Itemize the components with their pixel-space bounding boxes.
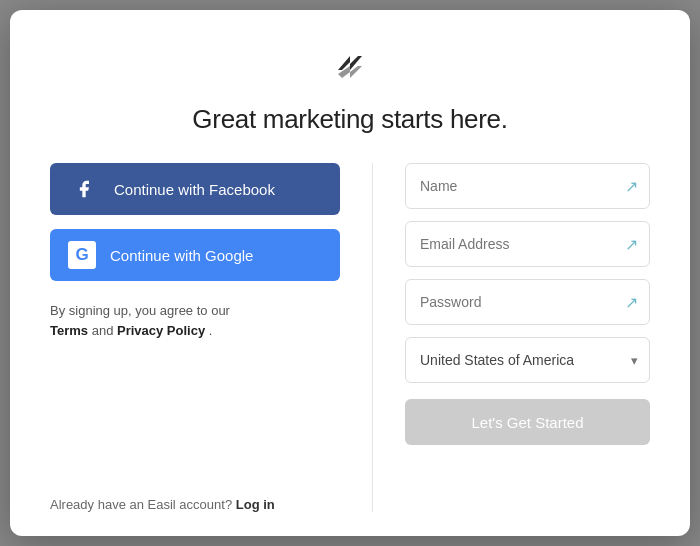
password-field-wrapper: ↗ — [405, 279, 650, 325]
page-headline: Great marketing starts here. — [192, 104, 507, 135]
terms-link[interactable]: Terms — [50, 323, 88, 338]
facebook-button[interactable]: Continue with Facebook — [50, 163, 340, 215]
right-panel: ↗ ↗ ↗ United States of America United Ki… — [405, 163, 650, 512]
modal: Great marketing starts here. Continue wi… — [10, 10, 690, 536]
name-icon: ↗ — [625, 177, 638, 196]
name-input[interactable] — [405, 163, 650, 209]
already-account-text: Already have an Easil account? Log in — [50, 497, 340, 512]
email-input[interactable] — [405, 221, 650, 267]
privacy-link[interactable]: Privacy Policy — [117, 323, 205, 338]
content-area: Continue with Facebook G Continue with G… — [10, 163, 690, 512]
get-started-button[interactable]: Let's Get Started — [405, 399, 650, 445]
email-icon: ↗ — [625, 235, 638, 254]
google-icon: G — [68, 241, 96, 269]
vertical-divider — [372, 163, 373, 512]
left-panel: Continue with Facebook G Continue with G… — [50, 163, 340, 512]
app-logo — [328, 42, 372, 90]
country-wrapper: United States of America United Kingdom … — [405, 337, 650, 383]
name-field-wrapper: ↗ — [405, 163, 650, 209]
email-field-wrapper: ↗ — [405, 221, 650, 267]
password-input[interactable] — [405, 279, 650, 325]
terms-text: By signing up, you agree to our Terms an… — [50, 301, 340, 340]
login-link[interactable]: Log in — [236, 497, 275, 512]
password-icon: ↗ — [625, 293, 638, 312]
facebook-icon — [68, 173, 100, 205]
country-select[interactable]: United States of America United Kingdom … — [405, 337, 650, 383]
google-button[interactable]: G Continue with Google — [50, 229, 340, 281]
